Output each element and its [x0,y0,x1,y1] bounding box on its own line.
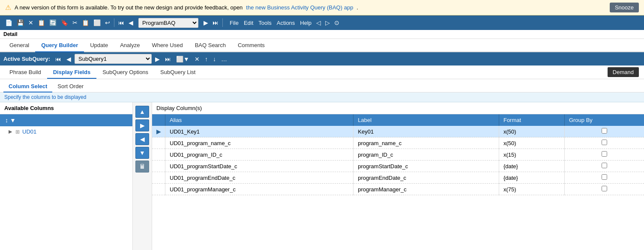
tab-query-builder[interactable]: Query Builder [35,39,84,52]
sq-up-button[interactable]: ↑ [203,55,210,63]
group-by-checkbox[interactable] [602,174,607,180]
prev-button[interactable]: ◀ [127,18,135,27]
tools-menu[interactable]: Tools [256,18,273,27]
move-down-button[interactable]: ▼ [135,147,149,159]
cell-format: {date} [499,172,564,184]
tab-column-select[interactable]: Column Select [3,81,52,92]
sq-first-button[interactable]: ⏮ [54,55,63,63]
notification-link[interactable]: the new Business Activity Query (BAQ) ap… [246,4,353,11]
sq-prev-button[interactable]: ◀ [65,55,73,63]
table-row[interactable]: UD01_programManager_c programManager_c x… [152,184,644,195]
calculator-button[interactable]: 🖩 [135,161,149,173]
remove-column-button[interactable]: ◀ [135,133,149,145]
save-button[interactable]: 💾 [15,18,26,27]
notification-text: A new version of this form is available.… [15,4,243,11]
group-by-checkbox[interactable] [602,128,607,134]
sub-tabs-left: Phrase Build Display Fields SubQuery Opt… [3,66,201,78]
refresh-button[interactable]: 🔄 [48,18,58,27]
sq-down-button[interactable]: ↓ [211,55,218,63]
cell-label: programManager_c [353,184,499,195]
edit-menu[interactable]: Edit [242,18,255,27]
tab-general[interactable]: General [3,39,35,52]
row-pointer-cell [152,161,165,172]
tab-display-fields[interactable]: Display Fields [47,66,96,79]
move-up-button[interactable]: ▲ [135,106,149,118]
sq-next-button[interactable]: ▶ [153,55,162,63]
copy-button[interactable]: 📋 [36,18,47,27]
undo-button[interactable]: ↩ [103,18,112,27]
cell-group-by[interactable] [564,184,644,195]
file-menu[interactable]: File [228,18,241,27]
group-by-checkbox[interactable] [602,151,607,157]
bookmark-button[interactable]: 🔖 [59,18,70,27]
sq-last-button[interactable]: ⏭ [163,55,173,63]
tree-item-label: UD01 [22,128,36,135]
toolbar: 📄 💾 ✕ 📋 🔄 🔖 ✂ 📋 ⬜ ↩ ⏮ ◀ ProgramBAQ ▶ ⏭ F… [0,15,644,30]
cell-alias: UD01_programEndDate_c [165,172,353,184]
subquery-dropdown[interactable]: SubQuery1 [75,54,152,64]
row-pointer-cell: ▶ [152,126,165,137]
cell-alias: UD01_programStartDate_c [165,161,353,172]
subquery-label: Active SubQuery: [3,56,50,62]
col-label: Label [353,114,499,126]
sort-button[interactable]: ↕ ▼ [3,116,18,125]
table-row[interactable]: UD01_programEndDate_c programEndDate_c {… [152,172,644,184]
tab-baq-search[interactable]: BAQ Search [189,39,232,52]
tab-subquery-options[interactable]: SubQuery Options [96,66,154,79]
display-columns-table: Alias Label Format Group By ▶ UD01_Key1 … [152,114,644,195]
cell-group-by[interactable] [564,126,644,137]
back-nav-button[interactable]: ◁ [315,18,323,27]
tab-subquery-list[interactable]: SubQuery List [154,66,201,79]
cell-format: x(50) [499,137,564,149]
program-dropdown[interactable]: ProgramBAQ [138,18,198,28]
help-menu[interactable]: Help [298,18,314,27]
sq-delete-button[interactable]: ✕ [193,55,201,63]
first-button[interactable]: ⏮ [117,18,126,27]
next-button[interactable]: ▶ [202,18,210,27]
delete-button[interactable]: ✕ [27,18,35,27]
tab-phrase-build[interactable]: Phrase Build [3,66,47,79]
paste-button[interactable]: 📋 [80,18,91,27]
cut-button[interactable]: ✂ [71,18,79,27]
right-panel: Display Column(s) Alias Label Format Gro… [152,102,644,250]
cell-alias: UD01_program_name_c [165,137,353,149]
tab-where-used[interactable]: Where Used [146,39,189,52]
group-by-checkbox[interactable] [602,140,607,145]
sq-more-button[interactable]: … [219,55,229,63]
cell-group-by[interactable] [564,161,644,172]
table-row[interactable]: ▶ UD01_Key1 Key01 x(50) [152,126,644,137]
table-row[interactable]: UD01_program_ID_c program_ID_c x(15) [152,149,644,161]
cell-alias: UD01_program_ID_c [165,149,353,161]
actions-menu[interactable]: Actions [275,18,297,27]
row-pointer-cell [152,149,165,161]
tab-sort-order[interactable]: Sort Order [52,81,89,92]
add-column-button[interactable]: ▶ [135,119,149,131]
col-group-by: Group By [564,114,644,126]
cell-format: x(50) [499,126,564,137]
cell-group-by[interactable] [564,172,644,184]
snooze-button[interactable]: Snooze [610,3,639,12]
row-pointer-cell [152,137,165,149]
cell-alias: UD01_programManager_c [165,184,353,195]
row-pointer-cell [152,184,165,195]
tab-update[interactable]: Update [84,39,114,52]
last-button[interactable]: ⏭ [211,18,220,27]
group-by-checkbox[interactable] [602,186,607,191]
tree-item-ud01[interactable]: ▶ ⊞ UD01 [0,126,132,137]
cell-group-by[interactable] [564,137,644,149]
demand-button[interactable]: Demand [608,67,639,77]
sort-btn-bar: ↕ ▼ [0,114,132,126]
sq-new-button[interactable]: ⬜▼ [174,55,191,63]
cell-group-by[interactable] [564,149,644,161]
table-row[interactable]: UD01_program_name_c program_name_c x(50) [152,137,644,149]
copy2-button[interactable]: ⬜ [92,18,102,27]
group-by-checkbox[interactable] [602,163,607,168]
new-button[interactable]: 📄 [3,18,14,27]
home-button[interactable]: ⊙ [332,18,341,27]
available-columns-title: Available Columns [0,102,132,114]
row-pointer-cell [152,172,165,184]
tab-analyze[interactable]: Analyze [114,39,146,52]
table-row[interactable]: UD01_programStartDate_c programStartDate… [152,161,644,172]
forward-nav-button[interactable]: ▷ [323,18,332,27]
tab-comments[interactable]: Comments [232,39,271,52]
